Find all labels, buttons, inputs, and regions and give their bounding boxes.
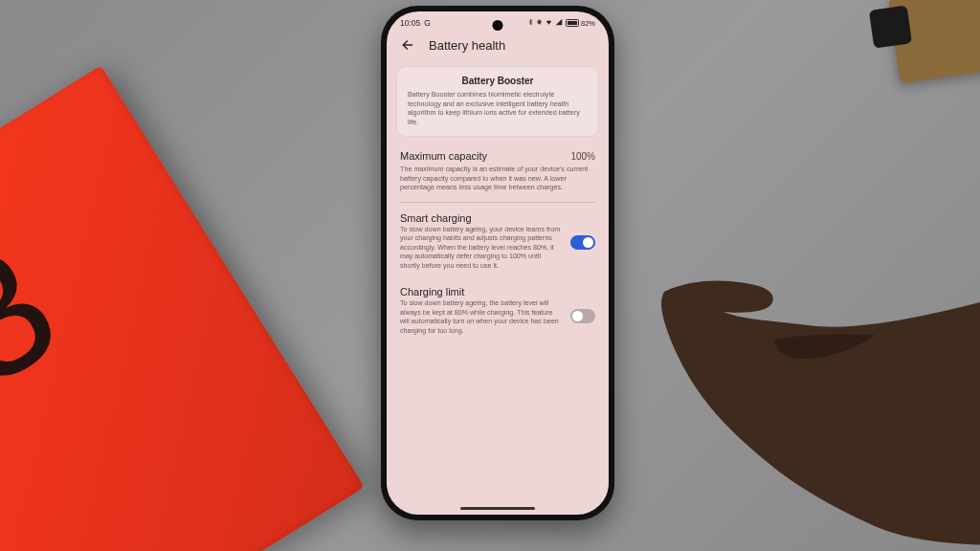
hand-pointing — [607, 182, 980, 545]
signal-icon — [555, 18, 563, 28]
capacity-desc: The maximum capacity is an estimate of y… — [400, 165, 595, 192]
wifi-icon — [545, 18, 553, 28]
page-title: Battery health — [429, 38, 505, 53]
smart-charging-desc: To slow down battery ageing, your device… — [400, 226, 561, 272]
phone-screen: 10:05 G 82% — [387, 11, 609, 515]
page-header: Battery health — [387, 30, 609, 62]
status-app-indicator: G — [424, 18, 431, 28]
charging-limit-desc: To slow down battery ageing, the battery… — [400, 299, 561, 336]
back-icon[interactable] — [400, 37, 415, 53]
smart-charging-row[interactable]: Smart charging To slow down battery agei… — [387, 205, 609, 279]
charging-limit-title: Charging limit — [400, 286, 561, 298]
watermark-badge — [932, 511, 972, 534]
vibrate-icon — [536, 18, 543, 28]
desk-object — [888, 0, 980, 83]
divider — [400, 202, 595, 203]
product-box: 13 — [0, 65, 365, 551]
svg-rect-1 — [537, 21, 538, 23]
booster-title: Battery Booster — [408, 76, 588, 86]
svg-rect-2 — [541, 21, 542, 23]
battery-booster-card: Battery Booster Battery Booster combines… — [396, 66, 599, 137]
capacity-title: Maximum capacity — [400, 150, 487, 162]
smart-charging-title: Smart charging — [400, 212, 561, 224]
smart-charging-toggle[interactable] — [570, 235, 595, 250]
max-capacity-section: Maximum capacity 100% The maximum capaci… — [387, 144, 609, 200]
status-battery-pct: 82% — [581, 19, 595, 28]
battery-icon — [566, 19, 579, 27]
svg-rect-0 — [538, 20, 540, 25]
charging-limit-row[interactable]: Charging limit To slow down battery agei… — [387, 278, 609, 343]
status-time: 10:05 — [400, 18, 420, 28]
front-camera — [493, 20, 503, 31]
gesture-bar[interactable] — [460, 507, 535, 510]
bluetooth-icon — [527, 18, 534, 28]
capacity-value: 100% — [570, 151, 595, 162]
phone-frame: 10:05 G 82% — [381, 6, 614, 520]
box-label: 13 — [0, 209, 84, 472]
charging-limit-toggle[interactable] — [570, 309, 595, 323]
booster-desc: Battery Booster combines biomimetic elec… — [408, 90, 588, 127]
